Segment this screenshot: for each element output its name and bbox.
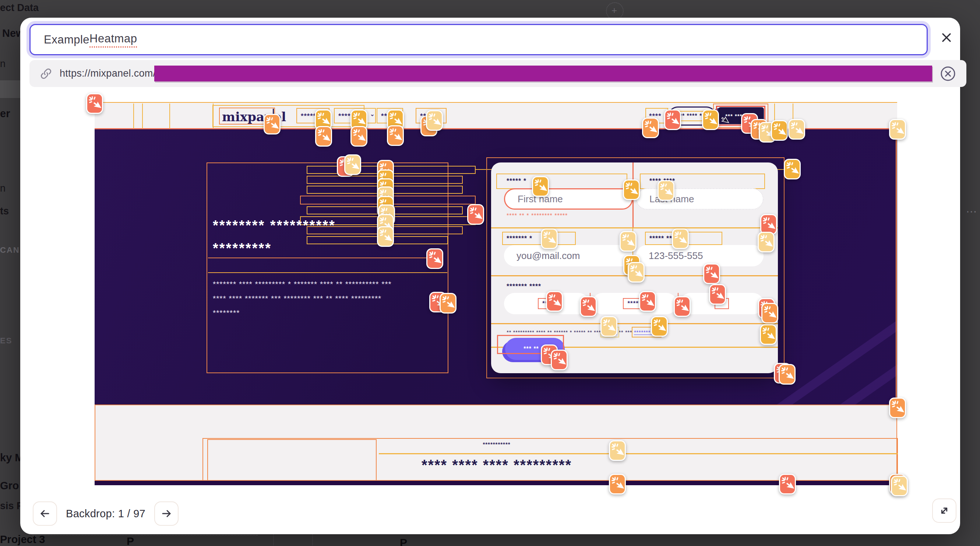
click-marker	[642, 118, 659, 138]
click-marker	[889, 398, 906, 418]
outline-line	[491, 323, 778, 324]
footer-small-text: ***********	[379, 441, 614, 447]
click-cursor-icon	[610, 475, 625, 493]
click-cursor-icon	[552, 351, 566, 369]
outline-line	[208, 257, 434, 258]
click-cursor-icon	[533, 177, 548, 196]
background-cell	[273, 533, 313, 546]
click-cursor-icon	[703, 110, 718, 129]
hero-paragraph-line: **** **** ******* *** ******** *** ** **…	[213, 294, 382, 303]
consent-text: ** ********* **** ** ****** * ***** ** *…	[507, 329, 663, 335]
click-cursor-icon	[643, 119, 658, 137]
click-cursor-icon	[610, 441, 625, 460]
background-divider	[32, 535, 258, 536]
title-text: Example	[44, 33, 89, 46]
sidebar-highlight-row	[0, 80, 21, 98]
click-cursor-icon	[704, 265, 719, 283]
preview-footer-section: *********** **** **** **** *********	[95, 404, 897, 481]
click-marker	[609, 440, 626, 461]
pager-label: Backdrop: 1 / 97	[66, 508, 145, 520]
click-marker	[426, 110, 443, 131]
click-marker	[377, 226, 394, 247]
preview-bottom-strip	[95, 481, 897, 485]
click-cursor-icon	[547, 292, 562, 311]
click-cursor-icon	[673, 230, 688, 248]
email-value: you@mail.com	[517, 250, 580, 262]
click-cursor-icon	[378, 227, 393, 246]
bg-fragment: n	[0, 183, 6, 194]
previous-backdrop-button[interactable]	[33, 501, 57, 526]
click-marker	[779, 364, 795, 385]
bg-fragment: ES	[0, 336, 12, 346]
link-icon	[40, 67, 52, 80]
consent-mid: ** ***	[617, 329, 634, 335]
click-marker	[771, 120, 788, 141]
footer-heading: **** **** **** *********	[349, 457, 644, 473]
click-cursor-icon	[789, 120, 804, 139]
click-cursor-icon	[762, 304, 777, 322]
click-cursor-icon	[345, 155, 360, 174]
url-bar[interactable]: https://mixpanel.com/	[29, 60, 966, 87]
click-marker	[541, 228, 558, 249]
click-marker	[657, 180, 675, 201]
click-marker	[580, 296, 597, 317]
click-marker	[86, 93, 103, 114]
click-marker	[532, 176, 549, 197]
heatmap-title-input[interactable]: Example Heatmap	[29, 24, 928, 55]
click-marker	[672, 228, 689, 249]
click-cursor-icon	[780, 365, 794, 383]
click-cursor-icon	[785, 160, 800, 178]
click-cursor-icon	[265, 115, 279, 133]
bg-fragment: ts	[0, 206, 9, 217]
next-backdrop-button[interactable]	[154, 501, 178, 526]
clear-url-icon[interactable]	[940, 65, 956, 82]
click-cursor-icon	[87, 94, 102, 113]
bg-fragment: P	[127, 535, 134, 546]
hero-heading-line1: ******** **********	[213, 218, 336, 233]
click-marker	[784, 159, 801, 179]
click-marker	[891, 476, 908, 496]
outline-line	[169, 104, 170, 129]
click-marker	[620, 231, 636, 252]
outline-line	[896, 129, 897, 404]
click-marker	[674, 296, 690, 317]
heatmap-modal: Example Heatmap https://mixpanel.com/	[20, 18, 960, 534]
click-cursor-icon	[640, 292, 655, 311]
click-cursor-icon	[581, 297, 596, 316]
click-cursor-icon	[316, 127, 331, 145]
hero-paragraph-line: ******* **** ********* * ******* **** **…	[213, 279, 392, 289]
click-cursor-icon	[441, 294, 455, 313]
first-name-label: ***** *	[507, 177, 527, 185]
url-redaction-bar	[154, 65, 932, 81]
outline-line	[208, 272, 447, 273]
click-marker	[264, 114, 280, 134]
click-marker	[467, 204, 484, 225]
click-cursor-icon	[621, 232, 635, 251]
bg-fragment: ⋯	[966, 205, 977, 218]
form-error-text: **** ** * ******** *****	[507, 212, 568, 219]
expand-icon[interactable]	[932, 498, 956, 523]
click-marker	[760, 324, 777, 345]
select-field: *****	[592, 293, 677, 314]
click-cursor-icon	[601, 317, 616, 335]
click-marker	[387, 125, 404, 146]
click-marker	[639, 291, 656, 312]
title-text-misspelled: Heatmap	[89, 32, 137, 48]
click-marker	[623, 179, 640, 200]
hero-paragraph-line: ********	[213, 308, 240, 317]
heatmap-preview: mixpanel ****** ********* ⌄ ***** ******…	[95, 102, 897, 485]
close-icon[interactable]	[939, 29, 955, 46]
click-cursor-icon	[890, 399, 905, 417]
click-cursor-icon	[665, 110, 680, 129]
click-cursor-icon	[624, 180, 639, 199]
outline-line	[491, 227, 778, 228]
click-cursor-icon	[352, 127, 366, 145]
click-cursor-icon	[652, 317, 667, 335]
click-cursor-icon	[761, 325, 776, 344]
bg-fragment: n	[0, 58, 6, 70]
outline-line	[379, 453, 898, 454]
bg-fragment: sis P	[0, 500, 23, 512]
click-cursor-icon	[780, 475, 795, 493]
click-cursor-icon	[710, 285, 725, 303]
click-marker	[600, 316, 617, 337]
